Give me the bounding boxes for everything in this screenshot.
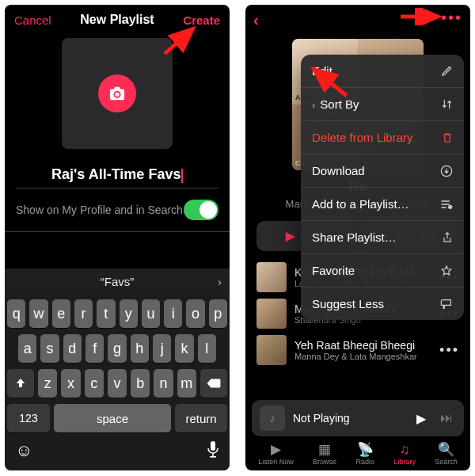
key-b[interactable]: b [131,369,150,398]
key-d[interactable]: d [63,334,82,363]
cancel-button[interactable]: Cancel [14,13,51,27]
key-j[interactable]: j [153,334,171,363]
track-more-icon[interactable]: ••• [439,342,459,359]
playlist-artwork-area [5,33,230,166]
key-k[interactable]: k [175,334,193,363]
browse-icon: ▦ [318,443,331,456]
menu-item-download[interactable]: Download [301,154,464,188]
tab-radio[interactable]: 📡Radio [355,443,374,466]
track-row[interactable]: Yeh Raat Bheegi Bheegi Manna Dey & Lata … [256,335,459,365]
key-m[interactable]: m [177,369,196,398]
camera-icon [98,74,136,112]
playlist-add-icon [440,199,453,210]
svg-rect-2 [210,456,216,458]
playlist-header: ‹ ••• [245,5,470,36]
tab-library[interactable]: ♫Library [393,443,416,466]
keyboard-row-4: 123 space return [7,404,227,432]
left-screen-new-playlist: Cancel New Playlist Create Raj's All-Tim… [5,5,230,470]
create-button[interactable]: Create [183,13,220,27]
tab-browse[interactable]: ▦Browse [313,443,336,466]
key-h[interactable]: h [131,334,149,363]
pencil-icon [441,65,453,77]
svg-rect-1 [212,453,214,456]
track-artwork [256,299,287,329]
menu-label: ›Sort By [312,97,359,111]
page-title: New Playlist [80,13,154,27]
key-c[interactable]: c [85,369,104,398]
key-z[interactable]: z [38,369,57,398]
track-artwork [256,335,287,365]
share-icon [442,231,453,244]
show-on-profile-toggle[interactable] [184,200,218,220]
menu-item-share[interactable]: Share Playlist… [301,221,464,254]
track-title: Yeh Raat Bheegi Bheegi [294,339,431,352]
menu-item-sort-by[interactable]: ›Sort By [301,88,464,121]
menu-label: Share Playlist… [312,230,397,244]
download-icon [440,165,453,177]
playlist-name-field[interactable]: Raj's All-Time Favs [16,166,218,188]
key-w[interactable]: w [29,299,48,328]
playlist-name-text: Raj's All-Time Favs [51,166,180,183]
trash-icon [442,131,453,144]
tab-label: Listen Now [258,458,294,466]
dictation-icon[interactable] [207,440,219,463]
menu-label: Add to a Playlist… [312,197,409,211]
menu-item-suggest-less[interactable]: Suggest Less [301,288,464,320]
mini-player[interactable]: ♪ Not Playing ▶ ⏭ [252,400,464,436]
back-button[interactable]: ‹ [253,11,259,29]
key-i[interactable]: i [164,299,182,328]
key-v[interactable]: v [108,369,127,398]
svg-rect-0 [211,441,215,451]
key-numbers[interactable]: 123 [7,404,50,432]
key-backspace[interactable] [200,369,227,398]
new-playlist-header: Cancel New Playlist Create [5,5,230,33]
menu-label: Delete from Library [312,131,413,144]
key-f[interactable]: f [86,334,104,363]
key-u[interactable]: u [142,299,160,328]
mini-player-next-icon[interactable]: ⏭ [437,411,456,425]
playlist-artwork-placeholder[interactable] [62,38,173,149]
key-x[interactable]: x [61,369,80,398]
sort-icon [441,98,453,110]
key-space[interactable]: space [54,404,171,432]
keyboard-suggestion[interactable]: “Favs” [27,275,207,288]
emoji-icon[interactable]: ☺ [15,440,32,463]
play-icon: ▶ [286,229,295,243]
menu-item-add-to-playlist[interactable]: Add to a Playlist… [301,188,464,221]
chevron-right-icon[interactable]: › [207,275,222,288]
mini-player-art: ♪ [260,406,285,431]
mini-player-play-icon[interactable]: ▶ [413,411,429,426]
more-options-button[interactable]: ••• [441,9,462,27]
listen-now-icon: ▶ [271,443,281,456]
key-o[interactable]: o [186,299,204,328]
tab-label: Browse [313,458,336,466]
menu-item-favorite[interactable]: Favorite [301,254,464,288]
context-menu: Edit ›Sort By Delete from Library Downlo… [301,55,464,320]
key-r[interactable]: r [74,299,93,328]
keyboard-row-1: q w e r t y u i o p [7,299,227,328]
keyboard-row-2: a s d f g h j k l [7,334,227,363]
menu-label: Download [312,164,365,177]
tab-listen-now[interactable]: ▶Listen Now [258,443,294,466]
key-l[interactable]: l [198,334,216,363]
key-t[interactable]: t [97,299,115,328]
key-e[interactable]: e [52,299,70,328]
menu-item-delete[interactable]: Delete from Library [301,121,464,154]
key-y[interactable]: y [120,299,138,328]
key-g[interactable]: g [108,334,126,363]
key-n[interactable]: n [154,369,173,398]
right-screen-playlist: ‹ ••• ARAC CHOR Ra Manna Dey & Lata Mang… [245,5,470,470]
show-on-profile-row[interactable]: Show on My Profile and in Search [5,188,230,232]
tab-label: Library [393,458,416,466]
menu-item-edit[interactable]: Edit [301,55,464,88]
keyboard-suggestion-bar[interactable]: “Favs” › [5,268,230,295]
key-s[interactable]: s [40,334,59,363]
tab-bar: ▶Listen Now ▦Browse 📡Radio ♫Library 🔍Sea… [245,436,470,470]
key-shift[interactable] [7,369,34,398]
key-a[interactable]: a [18,334,36,363]
key-return[interactable]: return [175,404,227,432]
key-q[interactable]: q [7,299,25,328]
menu-label: Suggest Less [312,297,384,310]
key-p[interactable]: p [209,299,227,328]
tab-search[interactable]: 🔍Search [435,443,458,466]
